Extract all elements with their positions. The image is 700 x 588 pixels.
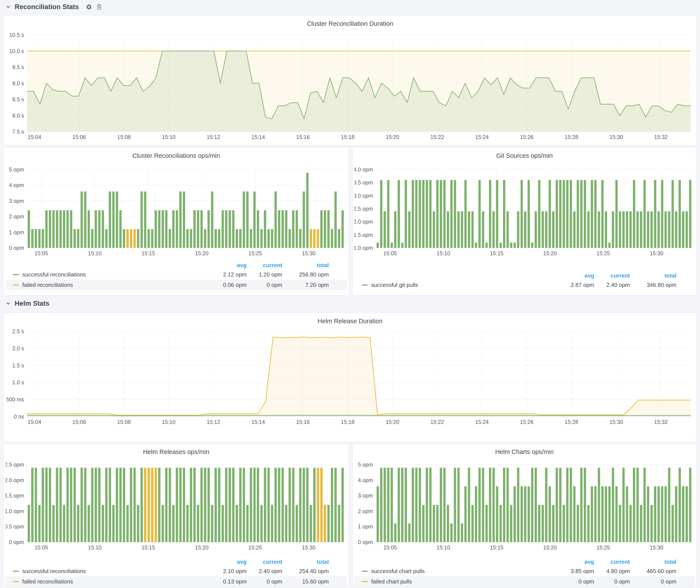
bar — [324, 505, 326, 542]
legend-col-total[interactable]: total — [630, 272, 676, 279]
bar — [380, 180, 382, 248]
series-color-dash — [13, 571, 19, 572]
bar — [412, 468, 414, 542]
section-header-helm-stats[interactable]: Helm Stats — [0, 298, 49, 309]
legend-col-total[interactable]: total — [630, 559, 676, 565]
y-axis-tick: 2.5 opm — [5, 462, 24, 468]
panel-title[interactable]: Helm Releases ops/min — [4, 444, 349, 456]
bar — [563, 180, 565, 248]
bar — [246, 191, 249, 248]
x-axis-tick: 15:22 — [431, 134, 444, 140]
bar — [538, 180, 540, 248]
helm-release-duration-plot[interactable]: 2.5 s2.0 s1.5 s1.0 s500 ms0 ns15:0415:06… — [5, 325, 695, 442]
bar — [334, 191, 337, 248]
legend-col-total[interactable]: total — [282, 262, 329, 269]
panel-title[interactable]: Cluster Reconciliation Duration — [4, 15, 696, 27]
x-axis-tick: 15:18 — [341, 134, 355, 140]
cluster-reconciliation-duration-plot[interactable]: 10.5 s10.0 s9.5 s9.0 s8.5 s8.0 s7.5 s15:… — [5, 27, 695, 144]
legend-col-current[interactable]: current — [247, 262, 282, 269]
bar — [545, 211, 547, 248]
panel-title[interactable]: Helm Release Duration — [4, 313, 696, 325]
series-label[interactable]: failed reconciliations — [22, 578, 211, 585]
chevron-down-icon[interactable] — [6, 301, 11, 306]
y-axis-tick: 3 opm — [358, 493, 373, 499]
series-label[interactable]: successful git pulls — [371, 282, 558, 288]
x-axis-tick: 15:25 — [248, 544, 262, 551]
section-title[interactable]: Helm Stats — [15, 300, 49, 307]
x-axis-tick: 15:30 — [609, 134, 623, 140]
series-avg: 3.85 opm — [558, 568, 594, 575]
bar — [524, 211, 526, 248]
bar — [605, 211, 607, 248]
y-axis-tick: 8.5 s — [12, 96, 24, 102]
helm-releases-opm-plot[interactable]: 2.5 opm2.0 opm1.5 opm1.0 opm0.5 opm0 opm… — [5, 458, 347, 555]
legend-col-total[interactable]: total — [282, 559, 329, 565]
git-sources-opm-plot[interactable]: 4.0 opm3.5 opm3.0 opm2.5 opm2.0 opm1.5 o… — [354, 162, 695, 259]
bar — [633, 180, 635, 248]
bar — [264, 210, 266, 248]
section-header-reconciliation-stats[interactable]: Reconciliation Stats — [0, 1, 102, 13]
legend-col-avg[interactable]: avg — [211, 262, 247, 269]
panel-title[interactable]: Git Sources ops/min — [353, 147, 696, 159]
bar — [566, 468, 569, 542]
bar — [109, 191, 111, 248]
helm-charts-opm-plot[interactable]: 5 opm4 opm3 opm2 opm1 opm0 opm15:0515:10… — [354, 458, 695, 555]
bar — [608, 486, 611, 542]
bar — [527, 486, 530, 542]
bar — [457, 211, 460, 248]
panel-title[interactable]: Helm Charts ops/min — [353, 444, 696, 456]
bar — [601, 180, 604, 248]
bar — [415, 468, 418, 542]
chevron-down-icon[interactable] — [6, 4, 11, 10]
series-label[interactable]: successful reconciliations — [22, 271, 211, 278]
series-label[interactable]: successful reconciliations — [22, 568, 211, 575]
bar — [183, 468, 185, 542]
cluster-reconciliations-opm-plot[interactable]: 5 opm4 opm3 opm2 opm1 opm0 opm15:0515:10… — [5, 162, 347, 259]
bar — [594, 180, 597, 248]
bar — [510, 243, 512, 248]
bar — [162, 210, 164, 248]
bar — [285, 210, 287, 248]
series-label[interactable]: failed chart pulls — [371, 578, 558, 585]
bar — [77, 229, 79, 248]
trash-icon[interactable] — [96, 4, 102, 10]
legend-col-current[interactable]: current — [594, 272, 630, 279]
bar — [35, 468, 37, 542]
gear-icon[interactable] — [86, 4, 92, 10]
bar — [612, 468, 614, 542]
legend-row: successful chart pulls 3.85 opm 4.80 opm… — [354, 566, 695, 576]
panel-title[interactable]: Cluster Reconciliations ops/min — [4, 147, 349, 159]
bar — [489, 180, 491, 248]
x-axis-tick: 15:04 — [28, 134, 41, 140]
x-axis-tick: 15:26 — [520, 134, 534, 140]
legend-col-current[interactable]: current — [594, 559, 630, 565]
series-label[interactable]: successful chart pulls — [371, 568, 558, 575]
legend: avg current total successful git pulls 2… — [354, 271, 695, 290]
bar — [151, 229, 153, 248]
bar — [296, 210, 298, 248]
legend-col-avg[interactable]: avg — [558, 272, 594, 279]
bar — [685, 211, 688, 248]
bar — [70, 210, 72, 248]
bar — [334, 468, 337, 542]
x-axis-tick: 15:30 — [609, 419, 623, 425]
legend-header: avg current total — [354, 558, 695, 566]
bar — [580, 468, 583, 542]
legend-row: successful git pulls 2.87 opm 2.40 opm 3… — [354, 280, 695, 290]
bar — [482, 468, 484, 542]
legend-col-avg[interactable]: avg — [211, 559, 247, 565]
bar — [629, 211, 632, 248]
series-avg: 2.12 opm — [211, 271, 247, 278]
series-label[interactable]: failed reconciliations — [22, 282, 211, 288]
bar — [116, 468, 118, 542]
bar — [398, 468, 400, 542]
bar — [81, 468, 83, 542]
bar — [464, 180, 467, 248]
bar — [665, 486, 667, 542]
legend-col-avg[interactable]: avg — [558, 559, 594, 565]
section-title[interactable]: Reconciliation Stats — [15, 3, 79, 11]
x-axis-tick: 15:14 — [252, 419, 265, 425]
legend-col-current[interactable]: current — [247, 559, 282, 565]
bar — [236, 229, 238, 248]
bar — [527, 180, 530, 248]
